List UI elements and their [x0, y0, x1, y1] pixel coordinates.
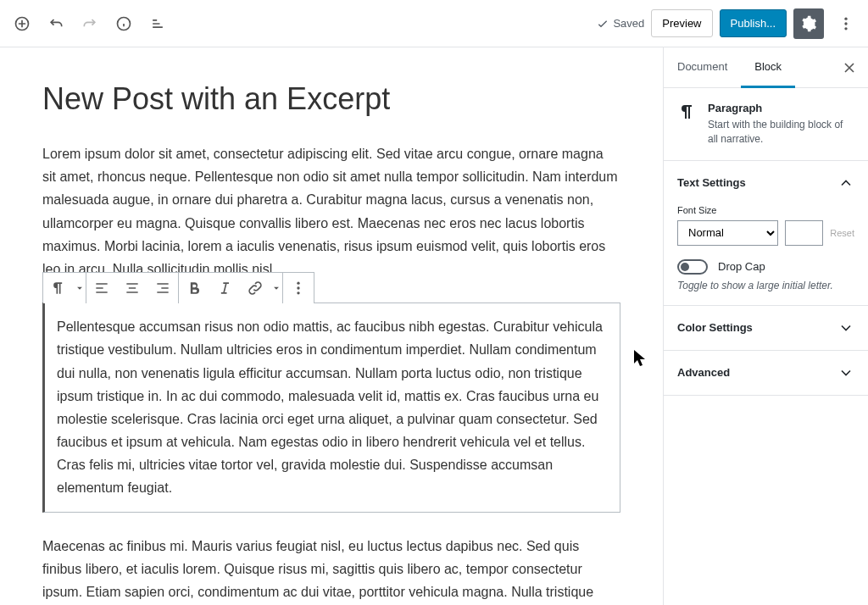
svg-point-4 [844, 27, 847, 30]
align-center-button[interactable] [117, 273, 147, 303]
bold-button[interactable] [179, 273, 209, 303]
advanced-header[interactable]: Advanced [664, 351, 868, 395]
block-card-desc: Start with the building block of all nar… [708, 118, 854, 147]
main-area: New Post with an Excerpt Lorem ipsum dol… [0, 47, 868, 605]
svg-point-7 [297, 291, 299, 294]
svg-point-2 [844, 17, 847, 19]
close-sidebar-button[interactable] [834, 53, 865, 83]
paragraph-block-selected[interactable]: Pellentesque accumsan risus non odio mat… [42, 302, 620, 513]
block-type-dropdown[interactable] [74, 273, 86, 303]
font-size-select[interactable]: Normal [677, 220, 778, 246]
format-dropdown[interactable] [270, 273, 282, 303]
link-button[interactable] [240, 273, 270, 303]
add-block-button[interactable] [7, 8, 37, 39]
settings-button[interactable] [793, 8, 824, 39]
italic-button[interactable] [209, 273, 240, 303]
font-size-input[interactable] [785, 220, 823, 246]
text-settings-header[interactable]: Text Settings [664, 161, 868, 205]
block-toolbar [42, 272, 314, 302]
post-title[interactable]: New Post with an Excerpt [42, 81, 620, 117]
paragraph-block-2-text[interactable]: Pellentesque accumsan risus non odio mat… [57, 315, 608, 500]
drop-cap-label: Drop Cap [718, 260, 765, 273]
top-right-controls: Saved Preview Publish... [596, 8, 861, 39]
align-right-button[interactable] [147, 273, 178, 303]
sidebar-tabs: Document Block [664, 47, 868, 88]
tab-document[interactable]: Document [664, 47, 741, 88]
block-more-button[interactable] [283, 273, 314, 303]
top-toolbar: Saved Preview Publish... [0, 0, 868, 47]
drop-cap-toggle[interactable] [677, 259, 708, 275]
settings-sidebar: Document Block Paragraph Start with the … [663, 47, 868, 605]
editor-canvas[interactable]: New Post with an Excerpt Lorem ipsum dol… [0, 47, 663, 605]
block-card-title: Paragraph [708, 102, 854, 114]
redo-button[interactable] [75, 8, 105, 39]
drop-cap-help: Toggle to show a large initial letter. [677, 280, 854, 291]
paragraph-block-3[interactable]: Maecenas ac finibus mi. Mauris varius fe… [42, 535, 620, 605]
align-left-button[interactable] [86, 273, 117, 303]
more-options-button[interactable] [831, 8, 861, 39]
chevron-up-icon [837, 175, 854, 191]
block-navigation-button[interactable] [142, 8, 173, 39]
block-card: Paragraph Start with the building block … [664, 88, 868, 161]
preview-button[interactable]: Preview [651, 9, 712, 37]
chevron-down-icon [837, 319, 854, 336]
chevron-down-icon [837, 364, 854, 381]
svg-point-6 [297, 286, 299, 289]
svg-point-3 [844, 22, 847, 25]
undo-button[interactable] [41, 8, 71, 39]
color-settings-panel: Color Settings [664, 306, 868, 351]
font-size-label: Font Size [677, 205, 854, 215]
saved-status: Saved [596, 17, 644, 31]
tab-block[interactable]: Block [741, 47, 795, 88]
text-settings-panel: Text Settings Font Size Normal Reset Dro… [664, 161, 868, 306]
paragraph-icon [677, 102, 698, 122]
info-button[interactable] [108, 8, 139, 39]
top-left-controls [7, 8, 173, 39]
block-type-button[interactable] [43, 273, 74, 303]
color-settings-header[interactable]: Color Settings [664, 306, 868, 350]
font-size-reset-button[interactable]: Reset [830, 228, 854, 238]
paragraph-block-1[interactable]: Lorem ipsum dolor sit amet, consectetur … [42, 142, 620, 280]
publish-button[interactable]: Publish... [720, 9, 787, 37]
advanced-panel: Advanced [664, 351, 868, 396]
svg-point-5 [297, 282, 299, 285]
